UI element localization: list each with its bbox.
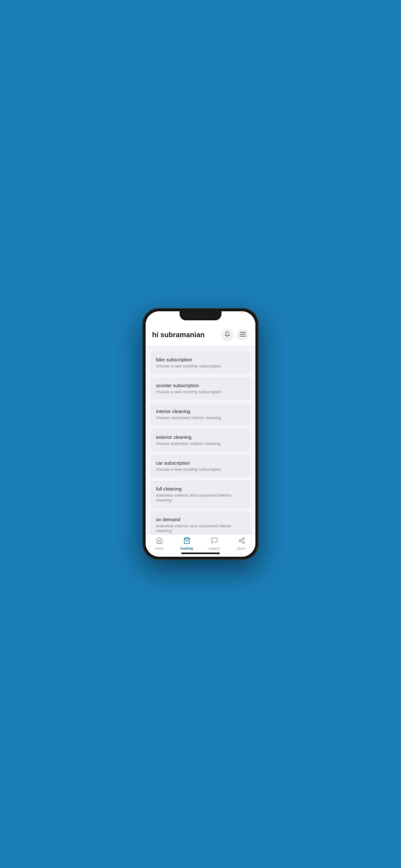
scooter-subscription-title: scooter subscription bbox=[156, 383, 245, 388]
notch bbox=[180, 311, 221, 320]
nav-item-support[interactable]: support bbox=[201, 537, 228, 550]
header: hi subramanian bbox=[146, 326, 255, 346]
car-subscription-subtitle: choose a new monthly subscription bbox=[156, 467, 245, 472]
svg-line-8 bbox=[241, 539, 243, 540]
interior-cleaning-title: interior cleaning bbox=[156, 408, 245, 414]
bike-subscription-subtitle: choose a new monthly subscription bbox=[156, 364, 245, 368]
scooter-subscription-card[interactable]: scooter subscription choose a new monthl… bbox=[150, 377, 251, 399]
notification-button[interactable] bbox=[221, 329, 234, 341]
exterior-cleaning-subtitle: choose waterless exterior cleaning. bbox=[156, 441, 245, 446]
share-nav-label: share` bbox=[237, 547, 246, 550]
home-nav-label: home bbox=[155, 547, 163, 550]
booking-icon bbox=[183, 537, 190, 546]
home-icon bbox=[156, 537, 163, 546]
full-cleaning-subtitle: waterless exterior and vacuumed interior… bbox=[156, 493, 245, 502]
car-subscription-title: car subscription bbox=[156, 460, 245, 466]
scooter-subscription-subtitle: choose a new monthly subscription bbox=[156, 390, 245, 394]
interior-cleaning-card[interactable]: interior cleaning choose vacuumed interi… bbox=[150, 403, 251, 425]
support-icon bbox=[211, 537, 218, 546]
exterior-cleaning-title: exterior cleaning bbox=[156, 434, 245, 440]
exterior-cleaning-card[interactable]: exterior cleaning choose waterless exter… bbox=[150, 429, 251, 451]
share-icon bbox=[238, 537, 245, 546]
hamburger-icon bbox=[240, 332, 246, 338]
nav-item-home[interactable]: home bbox=[146, 537, 173, 550]
menu-button[interactable] bbox=[237, 329, 249, 341]
support-nav-label: support bbox=[209, 547, 220, 550]
on-demand-card[interactable]: on demand waterless exterior and vacuume… bbox=[150, 512, 251, 534]
on-demand-subtitle: waterless exterior and vacuumed interior… bbox=[156, 523, 245, 533]
home-indicator bbox=[181, 553, 220, 554]
phone-frame: hi subramanian bbox=[143, 308, 258, 560]
service-list: bike subscription choose a new monthly s… bbox=[146, 346, 255, 534]
phone-screen: hi subramanian bbox=[146, 311, 255, 557]
bike-subscription-title: bike subscription bbox=[156, 357, 245, 362]
bike-subscription-card[interactable]: bike subscription choose a new monthly s… bbox=[150, 352, 251, 374]
booking-nav-label: booking bbox=[181, 547, 193, 550]
nav-item-share[interactable]: share` bbox=[228, 537, 255, 550]
greeting-title: hi subramanian bbox=[152, 331, 205, 339]
header-icons bbox=[221, 329, 249, 341]
nav-item-booking[interactable]: booking bbox=[173, 537, 201, 550]
full-cleaning-card[interactable]: full cleaning waterless exterior and vac… bbox=[150, 481, 251, 507]
full-cleaning-title: full cleaning bbox=[156, 486, 245, 492]
svg-line-7 bbox=[241, 541, 243, 542]
car-subscription-card[interactable]: car subscription choose a new monthly su… bbox=[150, 455, 251, 477]
interior-cleaning-subtitle: choose vacuumed interior cleaning. bbox=[156, 415, 245, 420]
on-demand-title: on demand bbox=[156, 517, 245, 522]
bell-icon bbox=[224, 331, 230, 338]
